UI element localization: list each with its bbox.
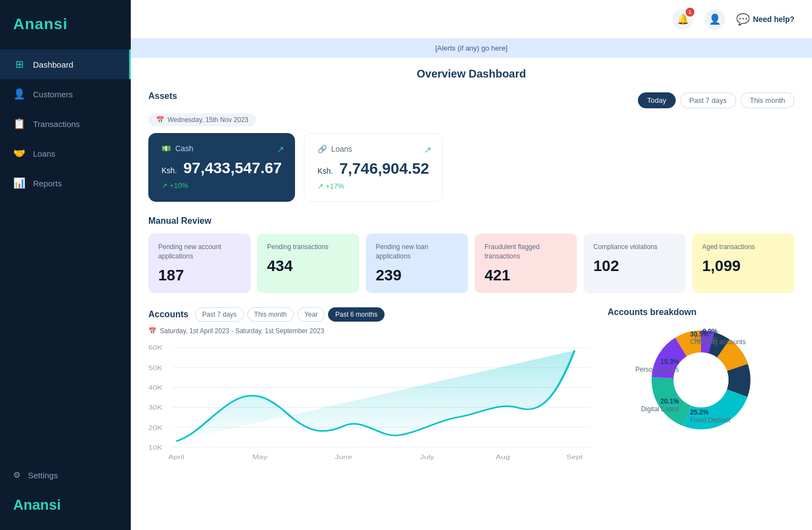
sidebar: Anansi ⊞Dashboard👤Customers📋Transactions… <box>0 0 131 530</box>
svg-text:June: June <box>335 454 352 461</box>
savings-label: Savings <box>694 335 718 343</box>
cash-currency: Ksh. <box>162 166 177 175</box>
sidebar-item-loans[interactable]: 🤝Loans <box>0 139 131 168</box>
loans-change: ↗ +17% <box>318 182 429 190</box>
manual-card-loan-apps[interactable]: Pending new loan applications239 <box>366 234 468 293</box>
accounts-chart: Accounts Past 7 days This month Year Pas… <box>148 307 594 462</box>
svg-text:40K: 40K <box>148 384 163 391</box>
notification-badge: 1 <box>686 8 694 16</box>
assets-title: Assets <box>148 91 177 101</box>
sidebar-settings-item[interactable]: ⚙ Settings <box>0 459 131 491</box>
cash-trend-icon: ↗ <box>277 144 284 154</box>
sidebar-label-transactions: Transactions <box>33 119 80 129</box>
loans-icon: 🔗 <box>318 145 327 153</box>
cash-amount: Ksh. 97,433,547.67 <box>162 159 282 177</box>
savings-percent: 9.9% <box>703 328 718 335</box>
settings-label: Settings <box>28 471 58 480</box>
chat-icon: 💬 <box>736 13 750 26</box>
notification-button[interactable]: 🔔 1 <box>672 9 693 30</box>
sidebar-label-loans: Loans <box>33 149 55 158</box>
filter-thismonth[interactable]: This month <box>741 92 794 108</box>
filter-today[interactable]: Today <box>638 92 676 108</box>
topbar: 🔔 1 👤 💬 Need help? <box>131 0 812 38</box>
manual-review-title: Manual Review <box>148 216 794 226</box>
personal-label: Personal loans <box>636 366 679 373</box>
segment-fixed: 25.2% Fixed Deposit <box>690 408 730 424</box>
fixed-label: Fixed Deposit <box>690 416 730 424</box>
manual-card-label-loan-apps: Pending new loan applications <box>376 242 458 261</box>
digital-label: Digital Loans <box>641 405 679 413</box>
segment-digital: 20.1% Digital Loans <box>641 398 679 413</box>
asset-cards: 💵 Cash ↗ Ksh. 97,433,547.67 ↗ +10% <box>148 133 794 202</box>
brand-name: Anansi <box>13 15 68 32</box>
svg-text:50K: 50K <box>148 364 163 371</box>
manual-card-label-transactions: Pending transactions <box>267 242 349 252</box>
need-help-button[interactable]: 💬 Need help? <box>736 13 794 26</box>
sidebar-item-transactions[interactable]: 📋Transactions <box>0 109 131 139</box>
sidebar-item-customers[interactable]: 👤Customers <box>0 79 131 109</box>
segment-personal: 15.3% Personal loans <box>636 358 679 373</box>
sidebar-label-customers: Customers <box>33 90 73 99</box>
accounts-title: Accounts <box>148 310 188 319</box>
manual-card-label-aged: Aged transactions <box>702 242 785 252</box>
accounts-breakdown: Accounts breakdown <box>608 307 794 462</box>
assets-date-badge: 📅 Wednesday, 15th Nov 2023 <box>148 113 256 126</box>
loans-trend-icon: ↗ <box>424 145 431 155</box>
cash-card: 💵 Cash ↗ Ksh. 97,433,547.67 ↗ +10% <box>148 133 295 202</box>
chart-calendar-icon: 📅 <box>148 327 157 335</box>
assets-header: Assets Today Past 7 days This month <box>148 91 794 109</box>
acct-filter-month[interactable]: This month <box>247 307 294 322</box>
sidebar-item-reports[interactable]: 📊Reports <box>0 168 131 198</box>
manual-card-value-loan-apps: 239 <box>376 267 458 284</box>
profile-button[interactable]: 👤 <box>704 9 725 30</box>
acct-filter-7days[interactable]: Past 7 days <box>195 307 244 322</box>
transactions-icon: 📋 <box>13 118 25 130</box>
manual-review-section: Manual Review Pending new account applic… <box>131 211 812 302</box>
svg-text:May: May <box>252 454 268 461</box>
sidebar-brand-bottom: Anansi <box>0 491 131 530</box>
assets-section: Assets Today Past 7 days This month 📅 We… <box>131 86 812 211</box>
loans-card: 🔗 Loans ↗ Ksh. 7,746,904.52 ↗ +17% <box>304 133 443 202</box>
assets-date: Wednesday, 15th Nov 2023 <box>168 116 248 124</box>
accounts-header: Accounts Past 7 days This month Year Pas… <box>148 307 594 322</box>
digital-percent: 20.1% <box>660 398 679 405</box>
manual-card-value-new-accounts: 187 <box>158 267 241 284</box>
acct-filter-year[interactable]: Year <box>297 307 325 322</box>
loans-currency: Ksh. <box>318 167 333 175</box>
filter-past7[interactable]: Past 7 days <box>680 92 736 108</box>
sidebar-item-dashboard[interactable]: ⊞Dashboard <box>0 49 131 79</box>
svg-text:30K: 30K <box>148 404 163 411</box>
main-content: 🔔 1 👤 💬 Need help? [Alerts (if any) go h… <box>131 0 812 530</box>
manual-review-cards: Pending new account applications187Pendi… <box>148 234 794 293</box>
alert-bar: [Alerts (if any) go here] <box>131 38 812 58</box>
calendar-icon: 📅 <box>156 116 164 124</box>
accounts-section: Accounts Past 7 days This month Year Pas… <box>131 302 812 473</box>
svg-text:April: April <box>168 454 184 461</box>
svg-text:10K: 10K <box>148 444 163 451</box>
loans-arrow-up: ↗ <box>318 182 324 190</box>
manual-card-fraudulent[interactable]: Fraudulent flagged transactions421 <box>475 234 577 293</box>
segment-savings: 9.9% Savings <box>694 328 718 343</box>
manual-card-compliance[interactable]: Compliance violations102 <box>583 234 686 293</box>
manual-card-new-accounts[interactable]: Pending new account applications187 <box>148 234 251 293</box>
dashboard-icon: ⊞ <box>13 58 25 70</box>
acct-filter-6months[interactable]: Past 6 months <box>328 307 385 322</box>
cash-arrow-up: ↗ <box>162 181 168 190</box>
svg-text:60K: 60K <box>148 344 163 351</box>
svg-point-23 <box>674 352 728 407</box>
loans-icon: 🤝 <box>13 147 25 159</box>
loans-label: 🔗 Loans <box>318 145 429 153</box>
line-chart: 60K 50K 40K 30K 20K 10K April May Ju <box>148 341 594 462</box>
chart-svg: 60K 50K 40K 30K 20K 10K April May Ju <box>148 341 594 462</box>
manual-card-aged[interactable]: Aged transactions1,099 <box>692 234 794 293</box>
page-title: Overview Dashboard <box>131 58 812 86</box>
need-help-label: Need help? <box>753 15 794 24</box>
reports-icon: 📊 <box>13 177 25 189</box>
sidebar-label-reports: Reports <box>33 179 62 188</box>
manual-card-transactions[interactable]: Pending transactions434 <box>257 234 359 293</box>
manual-card-label-new-accounts: Pending new account applications <box>158 242 241 261</box>
sidebar-logo: Anansi <box>0 0 131 44</box>
sidebar-label-dashboard: Dashboard <box>33 60 73 69</box>
manual-card-value-fraudulent: 421 <box>485 267 567 284</box>
chart-date-range: 📅 Saturday, 1st April 2023 - Saturday, 1… <box>148 327 594 335</box>
